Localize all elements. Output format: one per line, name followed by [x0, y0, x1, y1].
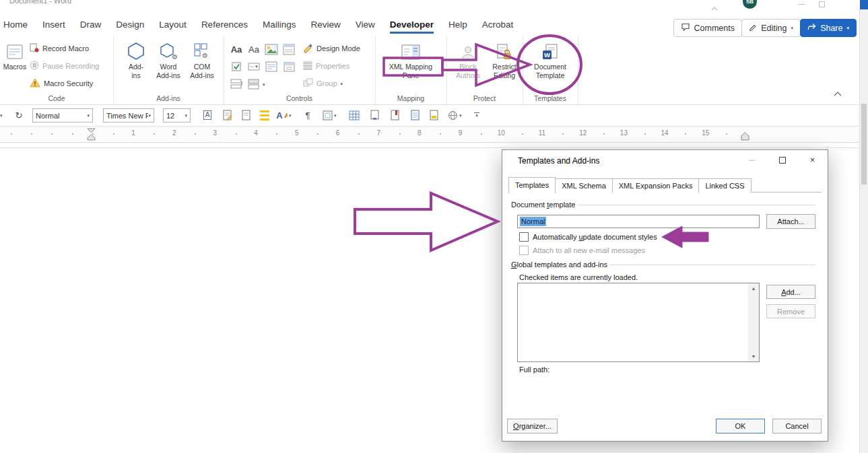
comments-label: Comments [694, 24, 735, 33]
overflow-caret-icon[interactable]: ▾ [0, 113, 3, 118]
dialog-tab-templates[interactable]: Templates [508, 177, 556, 193]
dropdown-list-control-button[interactable] [264, 59, 279, 74]
attach-button[interactable]: Attach... [766, 214, 815, 229]
menu-tab-acrobat[interactable]: Acrobat [475, 17, 521, 33]
design-mode-button[interactable]: Design Mode [303, 42, 360, 55]
word-add-ins-button[interactable]: ⚙ WordAdd-ins [152, 39, 185, 79]
maximize-icon[interactable] [819, 1, 825, 7]
global-templates-listbox[interactable]: ▲ ▼ [517, 283, 760, 362]
plain-text-control-button[interactable]: Aa [246, 42, 261, 57]
globe-link-icon[interactable] [446, 108, 459, 122]
dialog-tab-linked-css[interactable]: Linked CSS [699, 178, 751, 193]
table-grid-icon[interactable] [347, 108, 361, 122]
vertical-scrollbar[interactable] [859, 9, 868, 453]
menu-tab-label: Mailings [263, 20, 296, 30]
combo-box-control-button[interactable] [246, 59, 261, 74]
dialog-tab-xml-expansion-packs[interactable]: XML Expansion Packs [613, 178, 700, 193]
menu-tab-insert[interactable]: Insert [35, 17, 73, 33]
pilcrow-icon[interactable]: ¶ [301, 108, 314, 122]
macros-button[interactable]: Macros [0, 39, 31, 71]
chevron-down-icon[interactable]: ▾ [459, 113, 462, 118]
ruler-number: 2 [172, 129, 176, 137]
edit-page-icon[interactable] [220, 108, 234, 122]
scroll-down-icon[interactable]: ▼ [748, 351, 759, 361]
dialog-tab-xml-schema[interactable]: XML Schema [556, 178, 613, 193]
redo-icon[interactable]: ↻ [12, 108, 26, 122]
right-indent-marker[interactable] [741, 131, 749, 143]
cancel-button[interactable]: Cancel [772, 419, 822, 433]
macros-icon [6, 39, 24, 61]
repeating-section-control-button[interactable] [229, 77, 244, 92]
chevron-down-icon[interactable]: ▾ [289, 113, 292, 118]
building-block-gallery-button[interactable] [281, 42, 296, 57]
auto-update-styles-checkbox[interactable] [519, 232, 529, 242]
chevron-down-icon[interactable]: ▾ [263, 82, 265, 87]
left-indent-marker[interactable] [87, 128, 96, 143]
dialog-maximize-icon[interactable] [767, 150, 797, 170]
pause-recording-label: Pause Recording [42, 62, 99, 70]
page-highlight-icon[interactable] [427, 108, 440, 122]
scrollbar-thumb[interactable] [861, 104, 867, 184]
add-ins-button[interactable]: Add-ins [120, 39, 152, 79]
add-button[interactable]: Add... [766, 285, 815, 299]
template-name-field[interactable]: Normal [517, 215, 760, 228]
menu-tab-design[interactable]: Design [108, 17, 152, 33]
svg-text:⚙: ⚙ [202, 52, 208, 59]
page-outline-icon[interactable] [408, 108, 422, 122]
record-macro-button[interactable]: Record Macro [30, 42, 89, 55]
page-bookmark-icon[interactable] [388, 108, 401, 122]
ok-button[interactable]: OK [716, 419, 765, 433]
combo-box-icon [248, 62, 260, 71]
selected-text: Normal [520, 217, 546, 226]
loaded-items-note: Checked items are currently loaded. [519, 273, 638, 281]
com-add-ins-icon: ⚙ [193, 39, 211, 61]
document-template-button[interactable]: W DocumentTemplate [534, 39, 566, 79]
user-avatar[interactable]: SB [743, 0, 757, 9]
menu-tab-developer[interactable]: Developer [382, 17, 441, 33]
style-combo[interactable]: Normal▾ [32, 108, 93, 123]
collapse-ribbon-icon[interactable] [834, 87, 842, 99]
menu-tab-home[interactable]: Home [0, 17, 35, 33]
ribbon-display-options-icon[interactable] [711, 1, 718, 13]
blank-page-icon[interactable] [239, 108, 253, 122]
character-border-icon[interactable]: A [201, 108, 214, 122]
font-color-pen-icon[interactable]: A [275, 108, 289, 122]
date-picker-control-button[interactable] [281, 59, 296, 74]
properties-icon [303, 61, 312, 71]
toolbar-more-icon[interactable]: ▾ [470, 108, 483, 122]
scroll-up-icon[interactable]: ▲ [748, 283, 759, 293]
ruler-tick [113, 133, 114, 135]
share-button[interactable]: Share ▾ [800, 19, 857, 37]
legacy-tools-button[interactable] [246, 77, 261, 92]
menu-tab-view[interactable]: View [348, 17, 382, 33]
chevron-down-icon[interactable]: ▾ [334, 113, 337, 118]
menu-tab-label: Acrobat [482, 20, 514, 30]
highlighter-icon[interactable] [258, 108, 271, 122]
checkbox-control-button[interactable] [229, 59, 244, 74]
com-add-ins-button[interactable]: ⚙ COMAdd-ins [186, 39, 218, 79]
svg-text:⚙: ⚙ [172, 53, 177, 61]
comments-button[interactable]: Comments [673, 19, 742, 37]
listbox-scrollbar[interactable]: ▲ ▼ [748, 283, 759, 361]
editing-mode-button[interactable]: Editing ▾ [741, 19, 801, 37]
boxed-text-icon[interactable] [321, 108, 334, 122]
macro-security-button[interactable]: Macro Security [30, 77, 93, 90]
font-size-combo[interactable]: 12▾ [163, 108, 191, 123]
page-arrow-icon[interactable] [368, 108, 381, 122]
menu-tab-references[interactable]: References [194, 17, 255, 33]
picture-control-button[interactable] [264, 42, 279, 57]
organizer-button[interactable]: Organizer... [507, 419, 558, 433]
menu-tab-layout[interactable]: Layout [152, 17, 194, 33]
menu-tab-review[interactable]: Review [303, 17, 347, 33]
minimize-icon[interactable] [799, 4, 805, 5]
restrict-editing-icon [496, 39, 512, 61]
design-mode-icon [303, 43, 313, 55]
font-combo[interactable]: Times New Ro▾ [103, 108, 154, 123]
dialog-close-icon[interactable]: × [797, 150, 828, 170]
menu-tab-help[interactable]: Help [441, 17, 475, 33]
xml-mapping-pane-button[interactable]: XML MappingPane [395, 39, 427, 79]
menu-tab-draw[interactable]: Draw [73, 17, 109, 33]
restrict-editing-button[interactable]: RestrictEditing [488, 39, 521, 79]
rich-text-control-button[interactable]: Aa [229, 42, 244, 57]
menu-tab-mailings[interactable]: Mailings [255, 17, 304, 33]
